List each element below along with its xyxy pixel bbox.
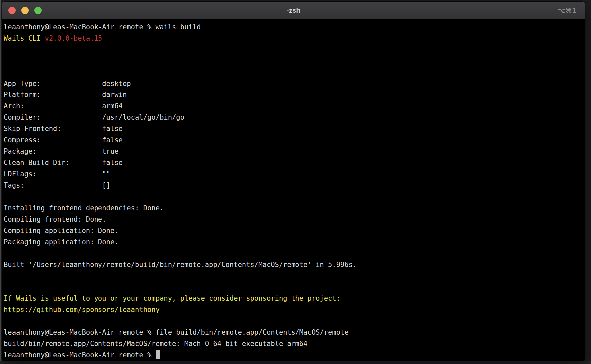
terminal-line: Clean Build Dir: false (4, 157, 585, 168)
window-title: -zsh (2, 2, 585, 19)
terminal-line: Compiler: /usr/local/go/bin/go (4, 112, 585, 123)
terminal-line: Arch: arm64 (4, 100, 585, 112)
terminal-line (4, 55, 585, 67)
terminal-line (4, 67, 585, 78)
terminal-line (4, 270, 585, 281)
terminal-line: Packaging application: Done. (4, 236, 585, 248)
terminal-cursor (156, 350, 160, 359)
terminal-line: leaanthony@Leas-MacBook-Air remote % fil… (4, 327, 585, 338)
terminal-line: Installing frontend dependencies: Done. (4, 202, 585, 214)
terminal-line (4, 281, 585, 293)
terminal-line: Tags: [] (4, 180, 585, 191)
terminal-line: Platform: darwin (4, 89, 585, 100)
terminal-line (4, 191, 585, 202)
terminal-line: App Type: desktop (4, 78, 585, 89)
window-shortcut-badge: ⌥⌘1 (557, 2, 577, 19)
terminal-line: Package: true (4, 146, 585, 157)
terminal-line: Compress: false (4, 134, 585, 146)
terminal-line: Built '/Users/leaanthony/remote/build/bi… (4, 259, 585, 270)
terminal-line (4, 248, 585, 259)
terminal-line: leaanthony@Leas-MacBook-Air remote % wai… (4, 21, 585, 33)
terminal-line: https://github.com/sponsors/leaanthony (4, 304, 585, 315)
terminal-line: If Wails is useful to you or your compan… (4, 293, 585, 304)
terminal-output[interactable]: leaanthony@Leas-MacBook-Air remote % wai… (2, 19, 585, 361)
terminal-line: leaanthony@Leas-MacBook-Air remote % (4, 349, 585, 361)
terminal-line: Skip Frontend: false (4, 123, 585, 134)
titlebar[interactable]: -zsh ⌥⌘1 (2, 2, 585, 19)
terminal-line: Compiling application: Done. (4, 225, 585, 236)
terminal-window: -zsh ⌥⌘1 leaanthony@Leas-MacBook-Air rem… (2, 2, 585, 361)
terminal-line: Wails CLI v2.0.0-beta.15 (4, 33, 585, 44)
terminal-line: LDFlags: "" (4, 168, 585, 180)
terminal-line: build/bin/remote.app/Contents/MacOS/remo… (4, 338, 585, 349)
terminal-line (4, 44, 585, 55)
background-window-edge (0, 0, 1, 364)
background-window-bottom (0, 361, 591, 364)
screen-background: -zsh ⌥⌘1 leaanthony@Leas-MacBook-Air rem… (0, 0, 591, 364)
terminal-line (4, 315, 585, 327)
terminal-line: Compiling frontend: Done. (4, 214, 585, 225)
